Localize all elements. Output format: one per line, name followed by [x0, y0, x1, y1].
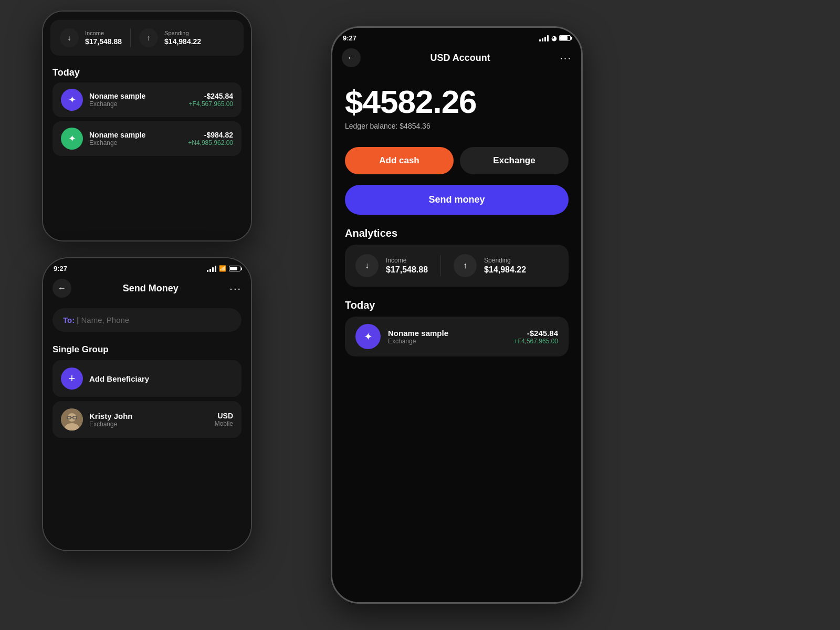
income-label: Income — [85, 30, 122, 36]
contact-meta: USD Mobile — [215, 412, 233, 427]
income-item: ↓ Income $17,548.88 — [60, 28, 122, 47]
scene: ↓ Income $17,548.88 ↑ Spending $14,984.2… — [0, 0, 840, 630]
page-title: Send Money — [123, 283, 178, 294]
tx-amounts: -$984.82 +N4,985,962.00 — [188, 131, 233, 146]
status-icons-right: ◕ — [539, 35, 571, 42]
wifi-icon: 📶 — [219, 265, 226, 272]
tx-name: Noname sample — [89, 92, 183, 100]
ledger-balance: Ledger balance: $4854.36 — [345, 122, 569, 130]
more-button[interactable]: ··· — [229, 282, 242, 295]
contact-currency: USD — [215, 412, 233, 420]
exchange-button[interactable]: Exchange — [460, 147, 569, 174]
wifi-icon-right: ◕ — [551, 35, 556, 42]
nav-header-right: ← USD Account ··· — [332, 44, 581, 74]
tx-amount-negative: -$984.82 — [188, 131, 233, 139]
contact-item[interactable]: Kristy John Exchange USD Mobile — [52, 401, 242, 438]
phone-right: 9:27 ◕ ← USD Account — [331, 26, 583, 604]
spending-label-right: Spending — [484, 257, 526, 264]
tx-amount-positive: +F4,567,965.00 — [189, 100, 233, 108]
today-title-right: Today — [332, 295, 581, 317]
tx-amount-negative: -$245.84 — [189, 92, 233, 100]
status-icons: 📶 — [207, 265, 240, 272]
tx-icon-green: ✦ — [61, 128, 83, 150]
tx-amounts-right: -$245.84 +F4,567,965.00 — [514, 329, 558, 345]
contact-channel: Mobile — [215, 420, 233, 427]
avatar — [61, 408, 83, 430]
tx-info: Noname sample Exchange — [89, 131, 182, 146]
tx-type: Exchange — [89, 100, 183, 108]
tx-type-right: Exchange — [388, 338, 507, 345]
balance-section: $4582.26 Ledger balance: $4854.36 — [332, 74, 581, 139]
today-label: Today — [43, 61, 251, 82]
status-time-right: 9:27 — [343, 34, 356, 42]
add-beneficiary-icon: + — [61, 368, 83, 390]
send-money-button[interactable]: Send money — [345, 185, 569, 215]
table-row: ✦ Noname sample Exchange -$984.82 +N4,98… — [52, 121, 242, 156]
analytics-card: ↓ Income $17,548.88 ↑ Spending $14,984.2… — [345, 245, 569, 287]
page-title-right: USD Account — [430, 52, 490, 64]
spending-item: ↑ Spending $14,984.22 — [139, 28, 201, 47]
search-field[interactable]: To: | Name, Phone — [52, 308, 242, 332]
add-beneficiary-item[interactable]: + Add Beneficiary — [52, 360, 242, 397]
contact-name: Kristy John — [89, 412, 208, 421]
table-row: ✦ Noname sample Exchange -$245.84 +F4,56… — [52, 82, 242, 117]
spending-value: $14,984.22 — [164, 37, 201, 46]
to-label: To: — [63, 316, 75, 324]
phone-top-left: ↓ Income $17,548.88 ↑ Spending $14,984.2… — [42, 10, 252, 242]
analytics-row: ↓ Income $17,548.88 ↑ Spending $14,984.2… — [355, 254, 558, 277]
search-placeholder: Name, Phone — [81, 316, 129, 324]
spending-value-right: $14,984.22 — [484, 265, 526, 275]
tx-amount-positive-right: +F4,567,965.00 — [514, 338, 558, 345]
battery-icon — [229, 266, 240, 271]
spending-icon-right: ↑ — [454, 254, 477, 277]
back-button[interactable]: ← — [52, 279, 71, 298]
tx-name-right: Noname sample — [388, 329, 507, 338]
status-time: 9:27 — [54, 265, 67, 272]
tx-icon-purple-right: ✦ — [355, 324, 381, 349]
spending-item-right: ↑ Spending $14,984.22 — [454, 254, 526, 277]
income-value: $17,548.88 — [85, 37, 122, 46]
tx-info: Noname sample Exchange — [89, 92, 183, 108]
table-row: ✦ Noname sample Exchange -$245.84 +F4,56… — [345, 317, 569, 356]
contact-type: Exchange — [89, 421, 208, 428]
back-button-right[interactable]: ← — [342, 48, 361, 67]
status-bar-right: 9:27 ◕ — [332, 28, 581, 44]
spending-icon: ↑ — [139, 28, 158, 47]
status-bar: 9:27 📶 — [43, 258, 251, 275]
tx-amount-negative-right: -$245.84 — [514, 329, 558, 338]
phone-bottom-left: 9:27 📶 ← Send Money — [42, 257, 252, 551]
add-cash-button[interactable]: Add cash — [345, 147, 454, 174]
group-title: Single Group — [43, 340, 251, 360]
signal-bars-icon-right — [539, 35, 549, 41]
tx-info-right: Noname sample Exchange — [388, 329, 507, 345]
add-beneficiary-label: Add Beneficiary — [89, 374, 149, 383]
income-value-right: $17,548.88 — [386, 265, 428, 275]
analytices-title: Analytices — [332, 223, 581, 245]
income-icon: ↓ — [60, 28, 79, 47]
balance-amount: $4582.26 — [345, 84, 569, 120]
income-icon-right: ↓ — [355, 254, 379, 277]
tx-name: Noname sample — [89, 131, 182, 139]
contact-info: Kristy John Exchange — [89, 412, 208, 428]
spending-label: Spending — [164, 30, 201, 36]
tx-icon-purple: ✦ — [61, 89, 83, 111]
battery-icon-right — [559, 35, 571, 41]
nav-header: ← Send Money ··· — [43, 275, 251, 304]
more-button-right[interactable]: ··· — [560, 52, 572, 64]
signal-bars-icon — [207, 266, 216, 272]
tx-type: Exchange — [89, 139, 182, 146]
income-item-right: ↓ Income $17,548.88 — [355, 254, 428, 277]
tx-amounts: -$245.84 +F4,567,965.00 — [189, 92, 233, 108]
action-buttons: Add cash Exchange — [332, 139, 581, 183]
income-label-right: Income — [386, 257, 428, 264]
tx-amount-positive: +N4,985,962.00 — [188, 139, 233, 146]
